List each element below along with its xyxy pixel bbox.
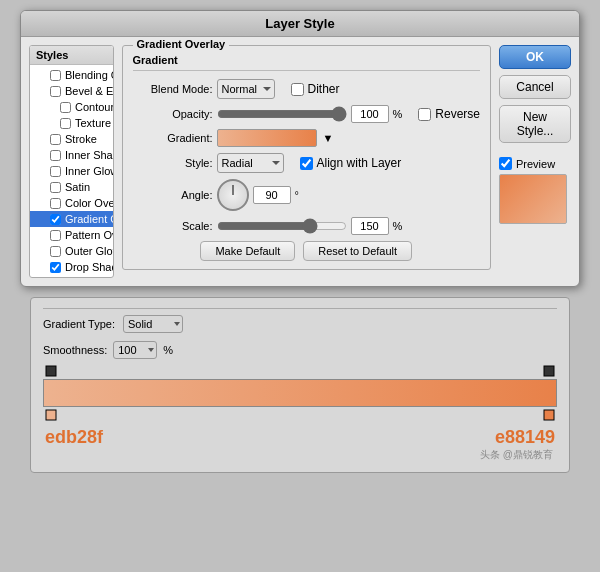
gradient-overlay-label: Gradient Overlay <box>65 213 114 225</box>
texture-checkbox[interactable] <box>60 118 71 129</box>
svg-rect-3 <box>544 410 554 420</box>
preview-label-text: Preview <box>516 158 555 170</box>
blend-mode-select[interactable]: Normal Multiply Screen <box>217 79 275 99</box>
satin-label: Satin <box>65 181 90 193</box>
bevel-emboss-label: Bevel & Emboss <box>65 85 114 97</box>
sidebar-item-drop-shadow[interactable]: Drop Shadow <box>30 259 113 275</box>
satin-checkbox[interactable] <box>50 182 61 193</box>
angle-dial[interactable] <box>217 179 249 211</box>
ok-button[interactable]: OK <box>499 45 571 69</box>
sidebar-item-inner-shadow[interactable]: Inner Shadow <box>30 147 113 163</box>
dialog-titlebar: Layer Style <box>21 11 579 37</box>
contour-label: Contour <box>75 101 114 113</box>
angle-dial-line <box>232 185 233 195</box>
dialog-title: Layer Style <box>265 16 334 31</box>
dialog-body: Styles Blending Options: Default Bevel &… <box>21 37 579 286</box>
opacity-input[interactable] <box>351 105 389 123</box>
pattern-overlay-checkbox[interactable] <box>50 230 61 241</box>
blending-options-label: Blending Options: Default <box>65 69 114 81</box>
sidebar-item-outer-glow[interactable]: Outer Glow <box>30 243 113 259</box>
new-style-button[interactable]: New Style... <box>499 105 571 143</box>
layer-style-dialog: Layer Style Styles Blending Options: Def… <box>20 10 580 287</box>
sidebar-item-blending-options[interactable]: Blending Options: Default <box>30 67 113 83</box>
style-row: Style: Radial Linear Angle Reflected Dia… <box>133 153 480 173</box>
make-default-button[interactable]: Make Default <box>200 241 295 261</box>
sidebar-item-color-overlay[interactable]: Color Overlay <box>30 195 113 211</box>
preview-checkbox[interactable] <box>499 157 512 170</box>
main-panel: Gradient Overlay Gradient Blend Mode: No… <box>122 45 491 278</box>
svg-rect-1 <box>544 366 554 376</box>
inner-glow-label: Inner Glow <box>65 165 114 177</box>
sidebar-item-bevel-emboss[interactable]: Bevel & Emboss <box>30 83 113 99</box>
scale-percent: % <box>393 220 403 232</box>
gradient-overlay-checkbox[interactable] <box>50 214 61 225</box>
dither-checkbox[interactable] <box>291 83 304 96</box>
styles-panel: Styles Blending Options: Default Bevel &… <box>29 45 114 278</box>
inner-shadow-checkbox[interactable] <box>50 150 61 161</box>
sidebar-item-stroke[interactable]: Stroke <box>30 131 113 147</box>
preview-label-row: Preview <box>499 157 571 170</box>
drop-shadow-label: Drop Shadow <box>65 261 114 273</box>
cancel-button[interactable]: Cancel <box>499 75 571 99</box>
gradient-bar[interactable] <box>43 379 557 407</box>
blending-options-checkbox[interactable] <box>50 70 61 81</box>
angle-input[interactable] <box>253 186 291 204</box>
styles-panel-title: Styles <box>30 46 113 65</box>
bevel-emboss-checkbox[interactable] <box>50 86 61 97</box>
inner-glow-checkbox[interactable] <box>50 166 61 177</box>
color-label-left: edb28f <box>45 427 103 448</box>
gradient-editor: Gradient Type: Solid Noise Smoothness: 1… <box>30 297 570 473</box>
svg-rect-0 <box>46 366 56 376</box>
gradient-dropdown-arrow[interactable]: ▼ <box>323 132 334 144</box>
preview-box <box>499 174 567 224</box>
angle-row: Angle: ° <box>133 179 480 211</box>
outer-glow-checkbox[interactable] <box>50 246 61 257</box>
button-row: Make Default Reset to Default <box>133 241 480 261</box>
reverse-checkbox[interactable] <box>418 108 431 121</box>
opacity-row: Opacity: % Reverse <box>133 105 480 123</box>
stroke-checkbox[interactable] <box>50 134 61 145</box>
sidebar-item-satin[interactable]: Satin <box>30 179 113 195</box>
color-labels: edb28f e88149 <box>43 427 557 448</box>
sidebar-item-gradient-overlay[interactable]: Gradient Overlay <box>30 211 113 227</box>
style-select[interactable]: Radial Linear Angle Reflected Diamond <box>217 153 284 173</box>
stop-bottom-right[interactable] <box>543 409 555 421</box>
sidebar-item-contour[interactable]: Contour <box>30 99 113 115</box>
smoothness-label: Smoothness: <box>43 344 107 356</box>
preview-container: Preview <box>499 157 571 224</box>
sidebar-item-inner-glow[interactable]: Inner Glow <box>30 163 113 179</box>
reset-default-button[interactable]: Reset to Default <box>303 241 412 261</box>
pattern-overlay-label: Pattern Overlay <box>65 229 114 241</box>
stop-bottom-left[interactable] <box>45 409 57 421</box>
stop-top-left[interactable] <box>45 365 57 377</box>
inner-shadow-label: Inner Shadow <box>65 149 114 161</box>
contour-checkbox[interactable] <box>60 102 71 113</box>
action-panel: OK Cancel New Style... Preview <box>499 45 571 278</box>
svg-rect-2 <box>46 410 56 420</box>
color-label-right: e88149 <box>495 427 555 448</box>
outer-glow-label: Outer Glow <box>65 245 114 257</box>
angle-label: Angle: <box>133 189 213 201</box>
sidebar-item-texture[interactable]: Texture <box>30 115 113 131</box>
gradient-type-select[interactable]: Solid Noise <box>123 315 183 333</box>
drop-shadow-checkbox[interactable] <box>50 262 61 273</box>
style-label: Style: <box>133 157 213 169</box>
smoothness-select[interactable]: 100 75 50 <box>113 341 157 359</box>
styles-list: Blending Options: Default Bevel & Emboss… <box>30 65 113 277</box>
scale-input[interactable] <box>351 217 389 235</box>
gradient-row: Gradient: ▼ <box>133 129 480 147</box>
scale-slider-container: % <box>217 217 403 235</box>
gradient-label: Gradient: <box>133 132 213 144</box>
smoothness-unit: % <box>163 344 173 356</box>
align-layer-checkbox[interactable] <box>300 157 313 170</box>
gradient-swatch[interactable] <box>217 129 317 147</box>
scale-slider[interactable] <box>217 219 347 233</box>
align-layer-label: Align with Layer <box>317 156 402 170</box>
stop-row-top <box>43 365 557 377</box>
opacity-percent: % <box>393 108 403 120</box>
color-overlay-checkbox[interactable] <box>50 198 61 209</box>
blend-mode-row: Blend Mode: Normal Multiply Screen Dithe… <box>133 79 480 99</box>
opacity-slider[interactable] <box>217 107 347 121</box>
stop-top-right[interactable] <box>543 365 555 377</box>
sidebar-item-pattern-overlay[interactable]: Pattern Overlay <box>30 227 113 243</box>
